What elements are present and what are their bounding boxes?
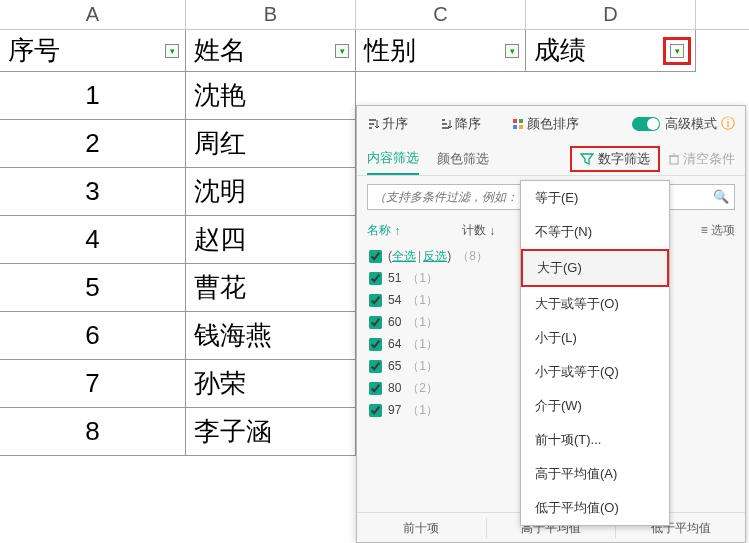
item-checkbox[interactable] — [369, 338, 382, 351]
hamburger-icon: ≡ — [701, 223, 708, 237]
cell-seq[interactable]: 5 — [0, 264, 186, 312]
advanced-mode-label: 高级模式 — [665, 115, 717, 133]
clear-conditions-button[interactable]: 清空条件 — [668, 150, 735, 168]
svg-rect-1 — [519, 119, 523, 123]
header-gender: 性别 ▾ — [356, 30, 526, 72]
cell-name[interactable]: 赵四 — [186, 216, 356, 264]
select-all-checkbox[interactable] — [369, 250, 382, 263]
cell-name[interactable]: 李子涵 — [186, 408, 356, 456]
header-seq: 序号 ▾ — [0, 30, 186, 72]
item-value: 97 — [388, 403, 401, 417]
number-filter-button[interactable]: 数字筛选 — [570, 146, 660, 172]
menu-item[interactable]: 高于平均值(A) — [521, 457, 669, 491]
panel-toolbar: 升序 降序 颜色排序 高级模式 ⓘ — [357, 106, 745, 142]
name-column-header[interactable]: 名称 ↑ — [367, 222, 462, 239]
filter-button-c[interactable]: ▾ — [505, 44, 519, 58]
column-header-row: A B C D — [0, 0, 749, 30]
options-button[interactable]: ≡ 选项 — [701, 222, 735, 239]
cell-seq[interactable]: 4 — [0, 216, 186, 264]
col-letter-d[interactable]: D — [526, 0, 696, 29]
menu-item[interactable]: 不等于(N) — [521, 215, 669, 249]
tab-color-filter[interactable]: 颜色筛选 — [437, 144, 489, 174]
cell-seq[interactable]: 7 — [0, 360, 186, 408]
help-icon[interactable]: ⓘ — [721, 115, 735, 133]
header-gender-label: 性别 — [364, 33, 416, 68]
cell-seq[interactable]: 2 — [0, 120, 186, 168]
trash-icon — [668, 153, 680, 165]
cell-name[interactable]: 孙荣 — [186, 360, 356, 408]
header-score-label: 成绩 — [534, 33, 586, 68]
cell-name[interactable]: 沈艳 — [186, 72, 356, 120]
tab-content-filter[interactable]: 内容筛选 — [367, 143, 419, 175]
sort-asc-label: 升序 — [382, 115, 408, 133]
svg-rect-2 — [513, 125, 517, 129]
col-letter-c[interactable]: C — [356, 0, 526, 29]
item-count: （1） — [407, 358, 438, 375]
menu-item[interactable]: 小于(L) — [521, 321, 669, 355]
filter-button-d[interactable]: ▾ — [670, 44, 684, 58]
menu-item[interactable]: 等于(E) — [521, 181, 669, 215]
menu-item[interactable]: 低于平均值(O) — [521, 491, 669, 525]
menu-item[interactable]: 大于或等于(O) — [521, 287, 669, 321]
select-inverse-link[interactable]: 反选 — [423, 248, 447, 265]
filter-button-a[interactable]: ▾ — [165, 44, 179, 58]
header-seq-label: 序号 — [8, 33, 60, 68]
item-checkbox[interactable] — [369, 316, 382, 329]
header-row: 序号 ▾ 姓名 ▾ 性别 ▾ 成绩 ▾ — [0, 30, 749, 72]
cell-name[interactable]: 钱海燕 — [186, 312, 356, 360]
header-name-label: 姓名 — [194, 33, 246, 68]
item-value: 80 — [388, 381, 401, 395]
item-checkbox[interactable] — [369, 404, 382, 417]
sort-down-icon: ↓ — [489, 224, 495, 238]
item-value: 65 — [388, 359, 401, 373]
item-value: 54 — [388, 293, 401, 307]
item-checkbox[interactable] — [369, 294, 382, 307]
number-filter-menu: 等于(E)不等于(N)大于(G)大于或等于(O)小于(L)小于或等于(Q)介于(… — [520, 180, 670, 526]
svg-rect-3 — [519, 125, 523, 129]
item-count: （1） — [407, 270, 438, 287]
item-value: 51 — [388, 271, 401, 285]
cell-name[interactable]: 曹花 — [186, 264, 356, 312]
item-checkbox[interactable] — [369, 360, 382, 373]
color-sort-button[interactable]: 颜色排序 — [512, 115, 593, 133]
item-count: （1） — [407, 336, 438, 353]
filter-button-b[interactable]: ▾ — [335, 44, 349, 58]
cell-seq[interactable]: 8 — [0, 408, 186, 456]
number-filter-label: 数字筛选 — [598, 150, 650, 168]
item-count: （1） — [407, 402, 438, 419]
item-value: 64 — [388, 337, 401, 351]
color-sort-label: 颜色排序 — [527, 115, 579, 133]
sort-up-icon: ↑ — [394, 224, 400, 238]
cell-seq[interactable]: 1 — [0, 72, 186, 120]
menu-item[interactable]: 介于(W) — [521, 389, 669, 423]
svg-rect-0 — [513, 119, 517, 123]
item-checkbox[interactable] — [369, 382, 382, 395]
toggle-icon — [632, 117, 660, 131]
cell-name[interactable]: 沈明 — [186, 168, 356, 216]
search-icon[interactable]: 🔍 — [713, 189, 729, 204]
cell-name[interactable]: 周红 — [186, 120, 356, 168]
item-count: （2） — [407, 380, 438, 397]
select-all-link[interactable]: 全选 — [392, 248, 416, 265]
sort-desc-button[interactable]: 降序 — [440, 115, 495, 133]
menu-item[interactable]: 大于(G) — [521, 249, 669, 287]
sort-desc-label: 降序 — [455, 115, 481, 133]
cell-seq[interactable]: 3 — [0, 168, 186, 216]
sort-asc-button[interactable]: 升序 — [367, 115, 422, 133]
item-value: 60 — [388, 315, 401, 329]
header-name: 姓名 ▾ — [186, 30, 356, 72]
col-letter-a[interactable]: A — [0, 0, 186, 29]
item-checkbox[interactable] — [369, 272, 382, 285]
funnel-icon — [580, 152, 594, 166]
menu-item[interactable]: 前十项(T)... — [521, 423, 669, 457]
advanced-mode-toggle[interactable]: 高级模式 ⓘ — [632, 115, 735, 133]
cell-seq[interactable]: 6 — [0, 312, 186, 360]
panel-tabs: 内容筛选 颜色筛选 数字筛选 清空条件 — [357, 142, 745, 176]
header-score: 成绩 ▾ — [526, 30, 696, 72]
quick-top10[interactable]: 前十项 — [357, 518, 487, 538]
filter-button-d-highlight: ▾ — [663, 37, 691, 65]
menu-item[interactable]: 小于或等于(Q) — [521, 355, 669, 389]
select-all-count: （8） — [457, 248, 488, 265]
col-letter-b[interactable]: B — [186, 0, 356, 29]
svg-rect-4 — [670, 156, 678, 164]
